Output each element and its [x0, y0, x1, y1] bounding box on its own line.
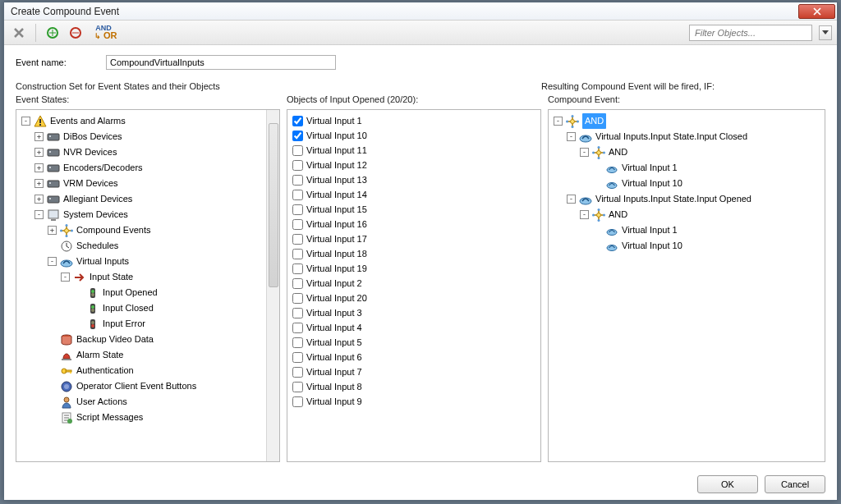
svg-point-42 [67, 419, 72, 424]
object-list-item[interactable]: Virtual Input 18 [289, 246, 539, 261]
object-list-item[interactable]: Virtual Input 8 [289, 379, 539, 394]
object-checkbox[interactable] [292, 337, 303, 348]
tree-item[interactable]: Input Closed [18, 300, 264, 316]
alert-icon [34, 115, 47, 128]
object-list-item[interactable]: Virtual Input 19 [289, 261, 539, 276]
collapse-icon[interactable]: - [34, 210, 44, 219]
cancel-button[interactable]: Cancel [765, 475, 825, 493]
collapse-icon[interactable]: - [580, 210, 589, 219]
compound-tree-item[interactable]: -Virtual Inputs.Input State.Input Opened [550, 191, 823, 207]
object-checkbox[interactable] [292, 234, 303, 245]
object-list-item[interactable]: Virtual Input 1 [289, 113, 539, 128]
object-list-item[interactable]: Virtual Input 3 [289, 305, 539, 320]
object-checkbox[interactable] [292, 219, 303, 230]
and-or-button[interactable]: AND ↳ OR [89, 23, 118, 43]
collapse-icon[interactable]: - [48, 257, 57, 266]
compound-tree-item[interactable]: -AND [550, 113, 823, 129]
compound-tree-item[interactable]: -AND [550, 144, 823, 160]
expand-icon[interactable]: + [34, 195, 44, 204]
object-checkbox[interactable] [292, 308, 303, 318]
tree-item[interactable]: Backup Video Data [18, 332, 264, 347]
object-list-item[interactable]: Virtual Input 12 [289, 158, 539, 172]
object-checkbox[interactable] [292, 190, 303, 200]
tree-item[interactable]: -Virtual Inputs [18, 254, 264, 269]
object-checkbox[interactable] [292, 116, 303, 126]
object-checkbox[interactable] [292, 131, 303, 141]
object-checkbox[interactable] [292, 367, 303, 378]
expand-icon[interactable]: + [34, 163, 44, 172]
object-checkbox[interactable] [292, 175, 303, 186]
tree-item[interactable]: Input Opened [18, 285, 264, 300]
collapse-icon[interactable]: - [21, 117, 30, 126]
tree-item[interactable]: Authentication [18, 363, 264, 378]
compound-tree-item[interactable]: -AND [550, 207, 823, 222]
spacer [593, 179, 602, 188]
object-checkbox[interactable] [292, 352, 303, 363]
object-list-item[interactable]: Virtual Input 6 [289, 350, 539, 364]
object-checkbox[interactable] [292, 293, 303, 304]
collapse-icon[interactable]: - [567, 132, 576, 141]
scrollbar[interactable] [266, 110, 279, 461]
object-list-item[interactable]: Virtual Input 17 [289, 231, 539, 246]
tree-item[interactable]: Input Error [18, 316, 264, 332]
tree-item[interactable]: User Actions [18, 394, 264, 410]
compound-tree-item[interactable]: Virtual Input 10 [550, 238, 823, 254]
expand-icon[interactable]: + [34, 179, 44, 188]
object-list-item[interactable]: Virtual Input 9 [289, 394, 539, 409]
tree-item[interactable]: +Allegiant Devices [18, 191, 264, 207]
compound-tree-item[interactable]: Virtual Input 1 [550, 160, 823, 176]
filter-dropdown[interactable] [819, 25, 832, 40]
object-list-item[interactable]: Virtual Input 7 [289, 364, 539, 379]
object-list-item[interactable]: Virtual Input 14 [289, 187, 539, 202]
tree-item[interactable]: Operator Client Event Buttons [18, 378, 264, 394]
object-list-item[interactable]: Virtual Input 15 [289, 202, 539, 217]
object-list-item[interactable]: Virtual Input 11 [289, 143, 539, 158]
object-list-item[interactable]: Virtual Input 10 [289, 128, 539, 143]
object-list-item[interactable]: Virtual Input 16 [289, 217, 539, 231]
object-checkbox[interactable] [292, 160, 303, 171]
object-checkbox[interactable] [292, 396, 303, 407]
tree-item[interactable]: -Input State [18, 269, 264, 285]
expand-icon[interactable]: + [34, 148, 44, 157]
object-checkbox[interactable] [292, 263, 303, 274]
objects-header: Objects of Input Opened (20/20): [287, 94, 541, 108]
compound-tree-item[interactable]: Virtual Input 1 [550, 222, 823, 238]
object-list-item[interactable]: Virtual Input 5 [289, 335, 539, 350]
tree-item[interactable]: +VRM Devices [18, 176, 264, 191]
tree-item[interactable]: Schedules [18, 238, 264, 254]
collapse-icon[interactable]: - [554, 117, 563, 126]
object-list-item[interactable]: Virtual Input 4 [289, 320, 539, 335]
window-close-button[interactable] [798, 4, 835, 19]
tree-item[interactable]: +Encoders/Decoders [18, 160, 264, 176]
tree-item[interactable]: -Events and Alarms [18, 113, 264, 129]
tree-item[interactable]: +NVR Devices [18, 144, 264, 160]
object-list-item[interactable]: Virtual Input 13 [289, 172, 539, 187]
expand-icon[interactable]: + [34, 132, 44, 141]
compound-tree-item[interactable]: -Virtual Inputs.Input State.Input Closed [550, 129, 823, 144]
expand-icon[interactable]: + [48, 226, 57, 235]
object-list-item[interactable]: Virtual Input 20 [289, 291, 539, 305]
tree-item[interactable]: -System Devices [18, 207, 264, 222]
tree-item[interactable]: Script Messages [18, 410, 264, 425]
object-checkbox[interactable] [292, 249, 303, 259]
object-checkbox[interactable] [292, 382, 303, 392]
filter-input[interactable] [693, 27, 811, 39]
object-checkbox[interactable] [292, 145, 303, 156]
tree-item[interactable]: Alarm State [18, 347, 264, 363]
object-checkbox[interactable] [292, 323, 303, 333]
delete-button[interactable] [9, 23, 29, 43]
event-name-input[interactable] [106, 55, 336, 70]
collapse-icon[interactable]: - [580, 148, 589, 157]
add-include-button[interactable] [43, 23, 62, 43]
collapse-icon[interactable]: - [567, 195, 576, 204]
add-exclude-button[interactable] [66, 23, 85, 43]
object-checkbox[interactable] [292, 278, 303, 289]
object-checkbox[interactable] [292, 204, 303, 215]
ok-button[interactable]: OK [697, 475, 758, 493]
tree-item[interactable]: +Compound Events [18, 222, 264, 238]
collapse-icon[interactable]: - [61, 273, 70, 282]
tree-item[interactable]: +DiBos Devices [18, 129, 264, 144]
compound-tree-item[interactable]: Virtual Input 10 [550, 176, 823, 191]
svg-point-47 [577, 120, 579, 122]
object-list-item[interactable]: Virtual Input 2 [289, 276, 539, 291]
